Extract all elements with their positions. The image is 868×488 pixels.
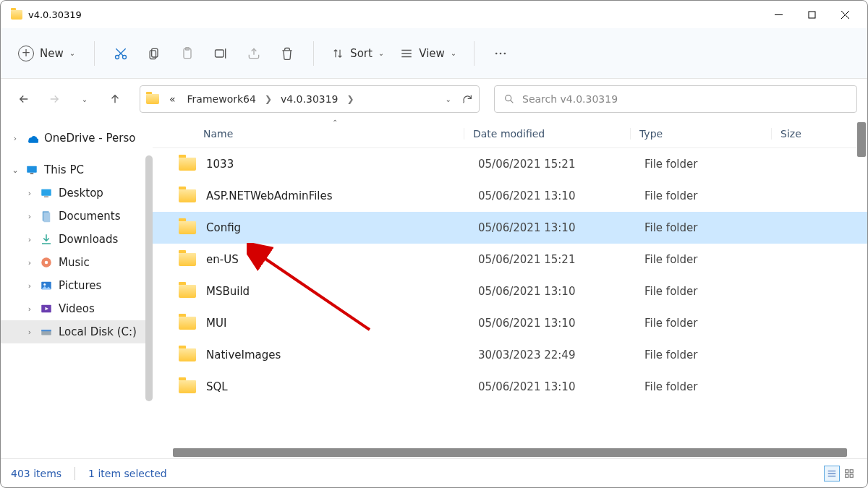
more-button[interactable]: [486, 39, 515, 68]
column-size[interactable]: Size: [771, 128, 867, 140]
refresh-icon[interactable]: [461, 93, 473, 105]
file-row[interactable]: ASP.NETWebAdminFiles05/06/2021 13:10File…: [153, 180, 867, 212]
svg-line-22: [511, 100, 514, 103]
new-button[interactable]: + New ⌄: [11, 41, 82, 66]
back-button[interactable]: [11, 86, 37, 112]
chevron-down-icon: ⌄: [69, 49, 75, 57]
file-name: SQL: [206, 380, 478, 393]
file-date: 05/06/2021 13:10: [478, 317, 644, 330]
search-box[interactable]: [494, 85, 857, 113]
sort-button[interactable]: Sort ⌄: [326, 43, 390, 64]
folder-icon: [146, 94, 159, 104]
details-view-button[interactable]: [824, 466, 840, 481]
file-row[interactable]: en-US05/06/2021 15:21File folder: [153, 244, 867, 275]
view-label: View: [419, 47, 445, 60]
sidebar-item[interactable]: ›Pictures: [1, 274, 153, 297]
window-title: v4.0.30319: [28, 9, 82, 20]
selection-count: 1 item selected: [88, 468, 167, 479]
svg-rect-12: [216, 50, 224, 57]
search-icon: [503, 93, 515, 105]
expander-icon[interactable]: ›: [25, 304, 34, 314]
file-list: ⌃ Name Date modified Type Size 103305/06…: [153, 119, 867, 458]
thumbnails-view-button[interactable]: [841, 466, 857, 481]
file-name: NativeImages: [206, 348, 478, 361]
file-row[interactable]: NativeImages30/03/2023 22:49File folder: [153, 339, 867, 371]
navigation-bar: ⌄ « Framework64 ❯ v4.0.30319 ❯ ⌄: [1, 79, 867, 119]
expander-icon[interactable]: ⌄: [11, 166, 20, 175]
svg-rect-9: [150, 50, 156, 59]
sidebar-label: Desktop: [59, 187, 103, 200]
expander-icon[interactable]: ›: [25, 328, 34, 337]
sidebar-item[interactable]: ›Music: [1, 251, 153, 274]
sidebar-label: Pictures: [59, 279, 101, 292]
sidebar-item[interactable]: ›Downloads: [1, 228, 153, 251]
svg-rect-23: [27, 166, 37, 173]
sort-label: Sort: [350, 47, 373, 60]
forward-button[interactable]: [41, 86, 67, 112]
sidebar-item[interactable]: ›Documents: [1, 205, 153, 228]
delete-button[interactable]: [273, 39, 302, 68]
file-row[interactable]: SQL05/06/2021 13:10File folder: [153, 371, 867, 403]
sidebar-item[interactable]: ›Local Disk (C:): [1, 320, 153, 343]
file-name: MSBuild: [206, 285, 478, 298]
chevron-down-icon: ⌄: [378, 49, 384, 57]
paste-button[interactable]: [173, 39, 202, 68]
sidebar-item[interactable]: ⌄This PC: [1, 158, 153, 181]
desktop-icon: [40, 187, 53, 200]
vertical-scrollbar[interactable]: [857, 122, 866, 157]
expander-icon[interactable]: ›: [25, 212, 34, 221]
folder-icon: [179, 253, 196, 266]
svg-rect-1: [809, 12, 815, 18]
svg-point-21: [506, 95, 511, 101]
expander-icon[interactable]: ›: [11, 134, 20, 143]
share-button[interactable]: [239, 39, 268, 68]
column-type[interactable]: Type: [630, 128, 771, 140]
svg-point-18: [495, 52, 498, 54]
address-bar[interactable]: « Framework64 ❯ v4.0.30319 ❯ ⌄: [140, 85, 480, 113]
sidebar-item[interactable]: ›Videos: [1, 297, 153, 320]
column-date[interactable]: Date modified: [464, 128, 630, 140]
up-button[interactable]: [102, 86, 128, 112]
file-row[interactable]: Config05/06/2021 13:10File folder: [153, 212, 867, 244]
file-date: 05/06/2021 15:21: [478, 158, 644, 171]
downloads-icon: [40, 233, 53, 246]
file-row[interactable]: MSBuild05/06/2021 13:10File folder: [153, 275, 867, 307]
folder-icon: [179, 317, 196, 330]
chevron-down-icon[interactable]: ⌄: [446, 95, 451, 103]
expander-icon[interactable]: ›: [25, 281, 34, 291]
sidebar-item[interactable]: ›OneDrive - Perso: [1, 127, 153, 150]
maximize-button[interactable]: [795, 3, 828, 26]
search-input[interactable]: [522, 93, 848, 105]
view-button[interactable]: View ⌄: [394, 43, 462, 64]
file-row[interactable]: 103305/06/2021 15:21File folder: [153, 148, 867, 180]
rename-button[interactable]: [206, 39, 235, 68]
copy-button[interactable]: [140, 39, 169, 68]
music-icon: [40, 256, 53, 269]
file-date: 05/06/2021 13:10: [478, 221, 644, 234]
breadcrumb-item[interactable]: v4.0.30319: [276, 90, 343, 108]
expander-icon[interactable]: ›: [25, 189, 34, 198]
pictures-icon: [40, 279, 53, 292]
videos-icon: [40, 302, 53, 315]
folder-icon: [179, 189, 196, 202]
column-name[interactable]: Name: [167, 128, 464, 140]
sidebar: ›OneDrive - Perso⌄This PC›Desktop›Docume…: [1, 119, 153, 458]
title-bar: v4.0.30319: [1, 1, 867, 28]
svg-point-19: [500, 52, 502, 54]
expander-icon[interactable]: ›: [25, 258, 34, 267]
svg-rect-28: [43, 213, 50, 223]
cut-button[interactable]: [106, 39, 135, 68]
file-row[interactable]: MUI05/06/2021 13:10File folder: [153, 307, 867, 339]
breadcrumb-overflow[interactable]: «: [165, 90, 180, 108]
chevron-right-icon: ❯: [346, 94, 356, 104]
minimize-button[interactable]: [762, 3, 795, 26]
close-button[interactable]: [828, 3, 861, 26]
horizontal-scrollbar[interactable]: [173, 448, 847, 457]
chevron-right-icon: ❯: [263, 94, 273, 104]
breadcrumb-item[interactable]: Framework64: [183, 90, 260, 108]
recent-button[interactable]: ⌄: [72, 86, 98, 112]
file-type: File folder: [644, 348, 786, 361]
sidebar-scrollbar[interactable]: [145, 155, 153, 401]
sidebar-item[interactable]: ›Desktop: [1, 181, 153, 205]
expander-icon[interactable]: ›: [25, 235, 34, 244]
